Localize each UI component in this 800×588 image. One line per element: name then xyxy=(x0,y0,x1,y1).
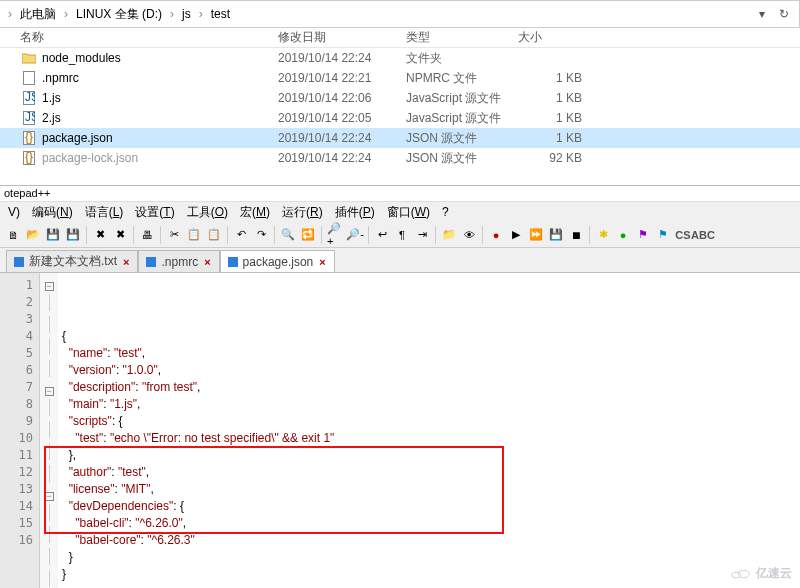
separator xyxy=(589,226,590,244)
undo-icon[interactable]: ↶ xyxy=(232,226,250,244)
code-area[interactable]: { "name": "test", "version": "1.0.0", "d… xyxy=(58,273,800,588)
editor-tab[interactable]: 新建文本文档.txt× xyxy=(6,250,138,272)
dropdown-icon[interactable]: ▾ xyxy=(753,5,771,23)
saveall-icon[interactable]: 💾 xyxy=(64,226,82,244)
menu-item[interactable]: 宏(M) xyxy=(234,202,276,223)
fold-toggle-icon[interactable]: − xyxy=(45,387,54,396)
save-indicator-icon xyxy=(13,256,25,268)
file-row[interactable]: node_modules2019/10/14 22:24文件夹 xyxy=(0,48,800,68)
crumb-3[interactable]: test xyxy=(205,5,236,23)
file-size: 1 KB xyxy=(518,71,598,85)
savemacro-icon[interactable]: 💾 xyxy=(547,226,565,244)
separator xyxy=(227,226,228,244)
compare-icon[interactable]: ⚑ xyxy=(634,226,652,244)
fastfwd-icon[interactable]: ⏩ xyxy=(527,226,545,244)
showall-icon[interactable]: ¶ xyxy=(393,226,411,244)
menu-item[interactable]: 设置(T) xyxy=(129,202,180,223)
redo-icon[interactable]: ↷ xyxy=(252,226,270,244)
record-icon[interactable]: ● xyxy=(487,226,505,244)
refresh-icon[interactable]: ↻ xyxy=(775,5,793,23)
save-icon[interactable]: 💾 xyxy=(44,226,62,244)
copy-icon[interactable]: 📋 xyxy=(185,226,203,244)
menubar[interactable]: V)编码(N)语言(L)设置(T)工具(O)宏(M)运行(R)插件(P)窗口(W… xyxy=(0,202,800,222)
line-number-gutter: 12345678910111213141516 xyxy=(0,273,40,588)
tabbar[interactable]: 新建文本文档.txt×.npmrc×package.json× xyxy=(0,248,800,272)
file-type: 文件夹 xyxy=(406,50,518,67)
svg-text:{}: {} xyxy=(25,151,33,164)
nav-icon[interactable]: ⚑ xyxy=(654,226,672,244)
menu-item[interactable]: 窗口(W) xyxy=(381,202,436,223)
file-name: package.json xyxy=(42,131,113,145)
file-row[interactable]: JS1.js2019/10/14 22:06JavaScript 源文件1 KB xyxy=(0,88,800,108)
menu-item[interactable]: 运行(R) xyxy=(276,202,329,223)
find-icon[interactable]: 🔍 xyxy=(279,226,297,244)
fold-toggle-icon[interactable]: − xyxy=(45,282,54,291)
file-icon: {} xyxy=(20,150,38,166)
menu-item[interactable]: ? xyxy=(436,203,455,221)
monitor-icon[interactable]: 👁 xyxy=(460,226,478,244)
replace-icon[interactable]: 🔁 xyxy=(299,226,317,244)
file-date: 2019/10/14 22:05 xyxy=(278,111,406,125)
closeall-icon[interactable]: ✖ xyxy=(111,226,129,244)
print-icon[interactable]: 🖶 xyxy=(138,226,156,244)
editor-tab[interactable]: package.json× xyxy=(220,250,335,272)
cut-icon[interactable]: ✂ xyxy=(165,226,183,244)
menu-item[interactable]: 工具(O) xyxy=(181,202,234,223)
play-icon[interactable]: ▶ xyxy=(507,226,525,244)
file-icon xyxy=(20,50,38,66)
col-name[interactable]: 名称 xyxy=(20,29,278,46)
col-size[interactable]: 大小 xyxy=(518,29,598,46)
file-size: 1 KB xyxy=(518,91,598,105)
column-headers[interactable]: 名称 修改日期 类型 大小 xyxy=(0,28,800,48)
stop-icon[interactable]: ⏹ xyxy=(567,226,585,244)
crumb-0[interactable]: 此电脑 xyxy=(14,4,62,25)
indent-icon[interactable]: ⇥ xyxy=(413,226,431,244)
editor-tab[interactable]: .npmrc× xyxy=(138,250,219,272)
file-row[interactable]: .npmrc2019/10/14 22:21NPMRC 文件1 KB xyxy=(0,68,800,88)
tab-label: .npmrc xyxy=(161,255,198,269)
close-icon[interactable]: ✖ xyxy=(91,226,109,244)
crumb-sep-icon: › xyxy=(197,7,205,21)
tab-close-icon[interactable]: × xyxy=(204,256,210,268)
crumb-2[interactable]: js xyxy=(176,5,197,23)
file-type: NPMRC 文件 xyxy=(406,70,518,87)
cs-icon[interactable]: CS xyxy=(674,226,692,244)
svg-rect-11 xyxy=(228,257,238,267)
tab-close-icon[interactable]: × xyxy=(123,256,129,268)
menu-item[interactable]: 语言(L) xyxy=(79,202,130,223)
new-icon[interactable]: 🗎 xyxy=(4,226,22,244)
editor[interactable]: 12345678910111213141516 −−− { "name": "t… xyxy=(0,272,800,588)
svg-text:JS: JS xyxy=(25,111,35,124)
abc-icon[interactable]: ABC xyxy=(694,226,712,244)
col-type[interactable]: 类型 xyxy=(406,29,518,46)
col-date[interactable]: 修改日期 xyxy=(278,29,406,46)
svg-rect-9 xyxy=(14,257,24,267)
open-icon[interactable]: 📂 xyxy=(24,226,42,244)
highlight-box xyxy=(44,446,504,534)
watermark: 亿速云 xyxy=(730,565,792,582)
file-row[interactable]: {}package.json2019/10/14 22:24JSON 源文件1 … xyxy=(0,128,800,148)
file-icon: {} xyxy=(20,130,38,146)
menu-item[interactable]: 插件(P) xyxy=(329,202,381,223)
file-row[interactable]: JS2.js2019/10/14 22:05JavaScript 源文件1 KB xyxy=(0,108,800,128)
crumb-1[interactable]: LINUX 全集 (D:) xyxy=(70,4,168,25)
wrap-icon[interactable]: ↩ xyxy=(373,226,391,244)
file-icon: JS xyxy=(20,110,38,126)
zoomout-icon[interactable]: 🔎- xyxy=(346,226,364,244)
breadcrumb[interactable]: › 此电脑 › LINUX 全集 (D:) › js › test ▾ ↻ xyxy=(0,0,800,28)
bug-icon[interactable]: ✱ xyxy=(594,226,612,244)
tab-close-icon[interactable]: × xyxy=(319,256,325,268)
menu-item[interactable]: 编码(N) xyxy=(26,202,79,223)
file-row[interactable]: {}package-lock.json2019/10/14 22:24JSON … xyxy=(0,148,800,168)
crumb-sep-icon: › xyxy=(6,7,14,21)
save-indicator-icon xyxy=(227,256,239,268)
svg-text:{}: {} xyxy=(25,131,33,144)
crumb-sep-icon: › xyxy=(62,7,70,21)
fold-gutter[interactable]: −−− xyxy=(40,273,58,588)
menu-item[interactable]: V) xyxy=(2,203,26,221)
folder-icon[interactable]: 📁 xyxy=(440,226,458,244)
paste-icon[interactable]: 📋 xyxy=(205,226,223,244)
file-name: node_modules xyxy=(42,51,121,65)
zoomin-icon[interactable]: 🔎+ xyxy=(326,226,344,244)
plugin-icon[interactable]: ● xyxy=(614,226,632,244)
